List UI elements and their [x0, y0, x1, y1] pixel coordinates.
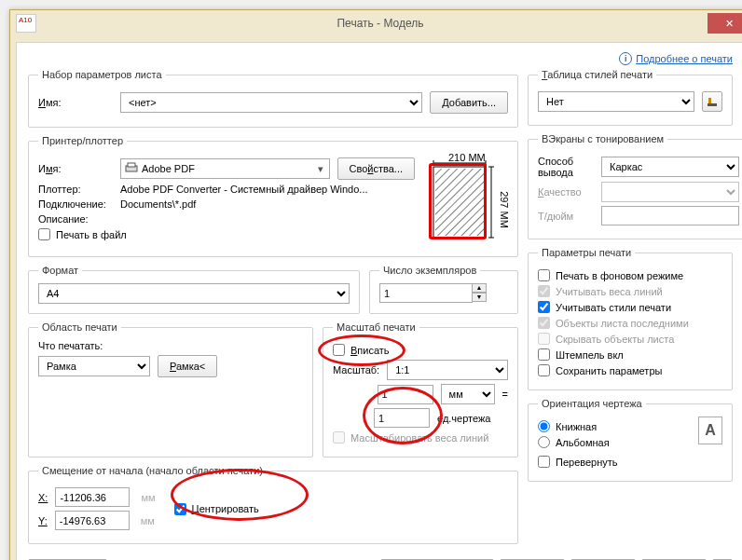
center-plot-label: Центрировать [192, 503, 259, 514]
what-to-plot-label: Что печатать: [38, 340, 303, 351]
lineweights-checkbox [538, 285, 550, 297]
paperspace-last-label: Объекты листа последними [556, 318, 689, 329]
plot-styles-select[interactable]: Нет [538, 91, 694, 112]
scale-select[interactable]: 1:1 [387, 360, 508, 380]
svg-rect-14 [708, 98, 711, 103]
background-plot-checkbox[interactable] [538, 269, 550, 281]
printer-name-label: Имя: [38, 163, 113, 174]
where-value: Documents\*.pdf [120, 198, 196, 210]
dropdown-arrow-icon: ▾ [314, 163, 327, 175]
offset-y-input[interactable] [55, 511, 130, 530]
page-setup-legend: Набор параметров листа [38, 69, 166, 80]
paper-preview: 210 MM 297 MM [424, 154, 508, 247]
plot-styles-edit-button[interactable] [702, 91, 722, 112]
plot-options-group: Параметры печати Печать в фоновом режиме… [528, 247, 733, 390]
viewports-group: ВЭкраны с тонированием Способ выводаКарк… [528, 133, 742, 239]
plot-area-legend: Область печати [38, 321, 121, 333]
printer-name-select[interactable]: Adobe PDF ▾ [120, 158, 330, 179]
offset-legend: Смещение от начала (начало области печат… [38, 465, 267, 476]
offset-y-unit: мм [141, 515, 155, 526]
plot-stamp-checkbox[interactable] [538, 348, 550, 361]
quality-select [601, 182, 739, 202]
hide-objects-label: Скрывать объекты листа [556, 334, 674, 345]
scale-legend: Масштаб печати [333, 321, 419, 333]
drawing-units-input[interactable] [374, 408, 430, 428]
landscape-radio[interactable] [538, 436, 550, 448]
quality-label: Качество [538, 186, 594, 198]
app-icon: A10 [16, 14, 36, 33]
pencil-icon [707, 96, 718, 107]
orientation-group: Ориентация чертежа Книжная Альбомная A П… [528, 398, 733, 482]
landscape-label: Альбомная [556, 437, 610, 448]
save-changes-label: Сохранить параметры [556, 365, 662, 376]
add-page-setup-button[interactable]: Добавить... [430, 91, 508, 114]
info-icon: i [619, 52, 632, 65]
y-label: Y: [38, 515, 48, 526]
plot-styles-group: Таблица стилей печати Нет [528, 69, 733, 126]
plotter-label: Плоттер: [38, 184, 113, 195]
plot-styles-label: Учитывать стили печати [556, 302, 671, 313]
equals-sign: = [502, 389, 508, 400]
portrait-label: Книжная [556, 421, 597, 432]
drawing-units-label: ед.чертежа [437, 413, 508, 424]
x-label: X: [38, 492, 48, 503]
print-to-file-checkbox[interactable] [38, 228, 50, 240]
plotter-value: Adobe PDF Converter - Системный драйвер … [120, 184, 368, 195]
description-label: Описание: [38, 213, 113, 225]
center-plot-checkbox[interactable] [174, 503, 186, 515]
what-to-plot-select[interactable]: Рамка [38, 356, 150, 376]
background-plot-label: Печать в фоновом режиме [556, 270, 683, 281]
viewports-legend: ВЭкраны с тонированием [538, 133, 667, 144]
scale-lineweights-label: Масштабировать веса линий [350, 432, 488, 444]
paper-units-input[interactable] [378, 385, 433, 404]
copies-legend: Число экземпляров [379, 265, 480, 276]
portrait-radio[interactable] [538, 420, 550, 432]
close-button[interactable]: ✕ [708, 13, 742, 34]
fit-to-paper-label: Вписать [350, 345, 390, 356]
page-setup-name-label: Имя: [38, 97, 113, 108]
paper-size-legend: Формат [38, 265, 82, 276]
printer-legend: Принтер/плоттер [38, 135, 127, 146]
orientation-legend: Ориентация чертежа [538, 398, 646, 409]
svg-rect-13 [708, 103, 717, 106]
page-setup-group: Набор параметров листа Имя: <нет> Добави… [28, 69, 518, 128]
offset-x-input[interactable] [55, 487, 130, 507]
offset-x-unit: мм [141, 492, 155, 503]
scale-lineweights-checkbox [333, 431, 345, 444]
shade-mode-label: Способ вывода [538, 156, 594, 178]
lineweights-label: Учитывать веса линий [556, 286, 663, 297]
paper-size-group: Формат A4 [28, 265, 360, 314]
fit-to-paper-checkbox[interactable] [333, 344, 345, 356]
printer-properties-button[interactable]: Свойства... [337, 157, 416, 180]
orientation-icon: A [698, 417, 722, 444]
page-setup-name-select[interactable]: <нет> [120, 92, 422, 113]
copies-group: Число экземпляров ▲▼ [369, 265, 518, 314]
copies-input[interactable] [379, 283, 473, 303]
copies-stepper[interactable]: ▲▼ [472, 283, 487, 303]
dpi-label: Т/дюйм [538, 211, 594, 222]
print-dialog: A10 Печать - Модель ✕ i Подробнее о печа… [9, 9, 742, 560]
window-title: Печать - Модель [337, 17, 423, 30]
plot-area-group: Область печати Что печатать: Рамка Рамка… [28, 321, 313, 458]
annotation-redbox [429, 163, 487, 239]
print-to-file-label: Печать в файл [56, 229, 127, 240]
paper-size-select[interactable]: A4 [38, 283, 350, 304]
printer-icon [125, 162, 138, 175]
plot-styles-legend: Таблица стилей печати [538, 69, 656, 80]
paper-units-select[interactable]: мм [441, 384, 495, 404]
titlebar: A10 Печать - Модель ✕ [10, 10, 742, 36]
printer-group: Принтер/плоттер Имя: Adobe PDF ▾ [28, 135, 518, 257]
svg-rect-1 [128, 163, 135, 167]
learn-more-link[interactable]: Подробнее о печати [636, 53, 733, 64]
hide-objects-checkbox [538, 333, 550, 345]
svg-text:297 MM: 297 MM [499, 191, 508, 228]
paperspace-last-checkbox [538, 317, 550, 329]
window-pick-button[interactable]: Рамка< [158, 355, 217, 377]
scale-label: Масштаб: [333, 364, 379, 376]
shade-mode-select[interactable]: Каркас [601, 157, 739, 177]
save-changes-checkbox[interactable] [538, 364, 550, 376]
printer-name-value: Adobe PDF [142, 163, 195, 174]
upside-down-checkbox[interactable] [538, 456, 550, 468]
upside-down-label: Перевернуть [556, 457, 618, 468]
plot-styles-checkbox[interactable] [538, 301, 550, 313]
